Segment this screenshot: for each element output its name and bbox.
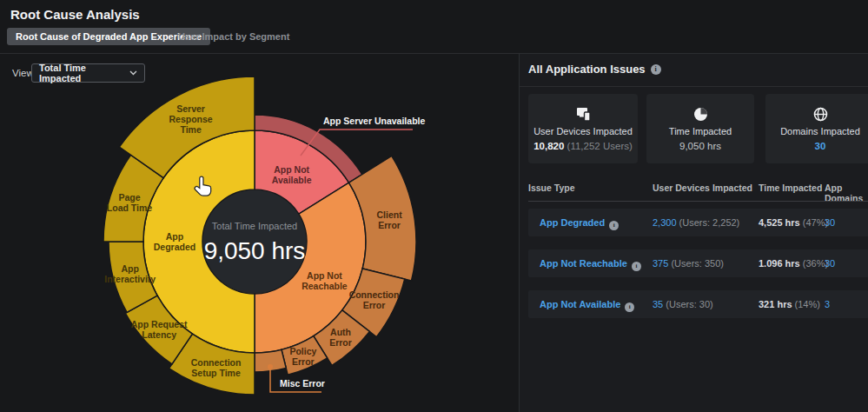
stat-card-user-devices: User Devices Impacted 10,820 (11,252 Use… — [528, 94, 638, 163]
segment-label: PolicyError — [289, 346, 316, 367]
segment-label: AuthError — [329, 327, 352, 348]
stat-card-time-impacted: Time Impacted 9,050 hrs — [646, 94, 754, 163]
domains-link[interactable]: 30 — [825, 249, 835, 277]
segment-label: App NotReachable — [301, 270, 348, 291]
devices-link[interactable]: 35 — [653, 299, 663, 309]
column-header-time-impacted: Time Impacted — [759, 183, 822, 193]
domains-link[interactable]: 3 — [825, 290, 830, 318]
stat-value: 10,820 (11,252 Users) — [533, 141, 633, 151]
domains-impacted-link[interactable]: 30 — [815, 141, 826, 151]
globe-icon — [813, 107, 828, 122]
devices-cell: 35 (Users: 30) — [653, 290, 713, 318]
page-title: Root Cause Analysis — [10, 7, 140, 22]
info-icon[interactable]: i — [609, 221, 619, 230]
devices-cell: 2,300 (Users: 2,252) — [653, 209, 739, 236]
info-icon[interactable]: i — [625, 302, 634, 312]
annotation-label: Misc Error — [280, 378, 325, 389]
stat-label: Time Impacted — [669, 126, 732, 136]
devices-link[interactable]: 375 — [653, 258, 668, 269]
issues-panel: All Application Issues i User Devices Im… — [519, 54, 868, 412]
stat-label: User Devices Impacted — [533, 126, 633, 136]
devices-icon — [575, 107, 592, 122]
panel-title: All Application Issues — [528, 63, 646, 76]
column-header-user-devices: User Devices Impacted — [653, 183, 752, 193]
panel-divider — [520, 86, 868, 87]
time-cell: 321 hrs (14%) — [759, 290, 820, 318]
column-header-issue-type: Issue Type — [528, 183, 575, 193]
segment-label: App NotAvailable — [272, 164, 312, 185]
devices-link[interactable]: 2,300 — [653, 217, 677, 228]
time-cell: 4,525 hrs (47%) — [759, 209, 828, 236]
info-icon[interactable]: i — [632, 262, 641, 271]
table-row: App Degradedi 2,300 (Users: 2,252) 4,525… — [528, 209, 868, 236]
issue-link[interactable]: App Not Reachablei — [540, 249, 641, 277]
stat-label: Domains Impacted — [780, 126, 860, 136]
center-label: Total Time Impacted — [212, 221, 297, 231]
domains-link[interactable]: 30 — [825, 209, 835, 236]
center-value: 9,050 hrs — [204, 237, 306, 264]
stat-value: 9,050 hrs — [679, 141, 721, 151]
panel-title-row: All Application Issues i — [528, 63, 661, 76]
annotation-dot — [268, 364, 273, 369]
table-row: App Not Availablei 35 (Users: 30) 321 hr… — [528, 290, 868, 318]
stat-value: 30 — [815, 141, 826, 151]
clock-icon — [693, 107, 708, 122]
issue-link[interactable]: App Not Availablei — [540, 290, 634, 318]
tab-user-impact[interactable]: User Impact by Segment — [178, 31, 289, 42]
annotation-label: App Server Unavailable — [323, 116, 425, 126]
sunburst-chart: ClientErrorConnectionErrorAuthErrorPolic… — [68, 61, 450, 412]
info-icon[interactable]: i — [651, 64, 661, 75]
time-cell: 1.096 hrs (36%) — [759, 249, 828, 277]
devices-cell: 375 (Users: 350) — [653, 249, 724, 277]
table-row: App Not Reachablei 375 (Users: 350) 1.09… — [528, 249, 868, 277]
segment-label: ClientError — [376, 209, 402, 230]
segment-label: ConnectionSetup Time — [191, 357, 242, 378]
stat-card-domains-impacted: Domains Impacted 30 — [765, 94, 868, 163]
issue-link[interactable]: App Degradedi — [540, 209, 619, 236]
table-header-divider — [528, 201, 868, 202]
